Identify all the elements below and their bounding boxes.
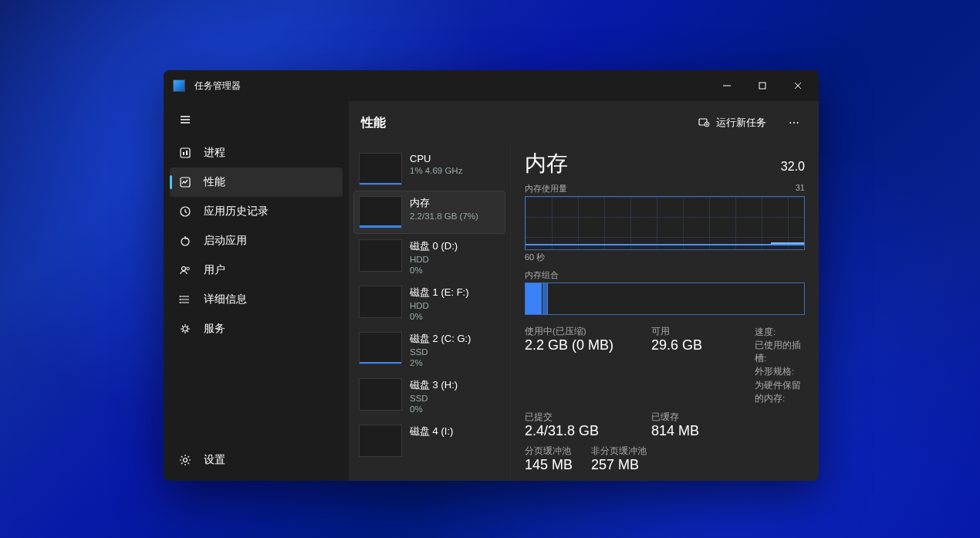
maximize-button[interactable] xyxy=(745,73,780,98)
svg-point-11 xyxy=(180,302,181,303)
detail-pane: 内存 32.0 内存使用量 31 60 秒 内存组合 xyxy=(511,144,819,481)
resource-disk-3[interactable]: 磁盘 3 (H:) SSD 0% xyxy=(353,373,505,419)
resource-title: 内存 xyxy=(410,196,478,210)
thumb-graph xyxy=(359,332,402,364)
nav-label: 详细信息 xyxy=(204,293,247,306)
nonpaged-value: 257 MB xyxy=(591,457,647,473)
paged-label: 分页缓冲池 xyxy=(525,445,573,457)
thumb-graph xyxy=(359,239,402,272)
resource-sub: SSD xyxy=(410,394,458,403)
toolbar: 性能 运行新任务 ⋯ xyxy=(349,101,819,144)
minimize-button[interactable] xyxy=(709,73,745,98)
available-value: 29.6 GB xyxy=(651,337,744,354)
cached-label: 已缓存 xyxy=(651,411,744,423)
run-task-icon xyxy=(698,116,710,130)
thumb-graph xyxy=(359,378,402,411)
nav-performance[interactable]: 性能 xyxy=(170,167,343,197)
committed-label: 已提交 xyxy=(525,411,640,423)
nav-label: 进程 xyxy=(204,146,225,160)
task-manager-window: 任务管理器 进程 性能 xyxy=(164,70,819,481)
resource-list[interactable]: CPU 1% 4.69 GHz 内存 2.2/31.8 GB (7%) xyxy=(349,144,511,481)
thumb-graph xyxy=(359,196,402,228)
nav-startup[interactable]: 启动应用 xyxy=(170,226,343,255)
nav-label: 性能 xyxy=(204,175,225,189)
thumb-graph xyxy=(359,153,402,185)
resource-sub2: 0% xyxy=(410,312,469,321)
svg-rect-0 xyxy=(759,83,765,89)
detail-capacity: 32.0 xyxy=(781,160,805,174)
resource-sub2: 0% xyxy=(410,266,458,275)
nav-details[interactable]: 详细信息 xyxy=(170,285,343,314)
nav-app-history[interactable]: 应用历史记录 xyxy=(170,197,343,226)
nonpaged-label: 非分页缓冲池 xyxy=(591,445,647,457)
processes-icon xyxy=(179,147,191,159)
svg-point-10 xyxy=(180,299,181,300)
nav-users[interactable]: 用户 xyxy=(170,255,343,285)
usage-graph xyxy=(525,196,805,250)
svg-point-7 xyxy=(182,267,186,271)
resource-sub2: 2% xyxy=(410,358,471,367)
time-axis-label: 60 秒 xyxy=(525,252,805,263)
composition-bar xyxy=(525,283,805,314)
thumb-graph xyxy=(359,425,402,457)
nav-settings[interactable]: 设置 xyxy=(170,445,343,475)
available-label: 可用 xyxy=(651,326,744,337)
resource-sub: 1% 4.69 GHz xyxy=(410,166,462,175)
hamburger-button[interactable] xyxy=(170,106,201,134)
resource-disk-2[interactable]: 磁盘 2 (C: G:) SSD 2% xyxy=(353,327,505,373)
svg-rect-1 xyxy=(181,148,190,157)
in-use-value: 2.2 GB (0 MB) xyxy=(525,337,640,354)
resource-sub: HDD xyxy=(410,255,458,264)
nav-processes[interactable]: 进程 xyxy=(170,138,343,167)
thumb-graph xyxy=(359,286,402,318)
nav-label: 设置 xyxy=(204,453,225,467)
nav-label: 服务 xyxy=(204,322,225,336)
resource-title: 磁盘 2 (C: G:) xyxy=(410,332,471,346)
more-button[interactable]: ⋯ xyxy=(782,110,806,135)
detail-title: 内存 xyxy=(525,149,781,178)
svg-rect-3 xyxy=(186,151,188,155)
svg-point-9 xyxy=(180,296,181,297)
nav-services[interactable]: 服务 xyxy=(170,314,343,343)
resource-title: 磁盘 1 (E: F:) xyxy=(410,286,469,299)
svg-rect-2 xyxy=(183,152,184,155)
resource-disk-1[interactable]: 磁盘 1 (E: F:) HDD 0% xyxy=(353,280,505,327)
titlebar[interactable]: 任务管理器 xyxy=(164,70,819,101)
resource-title: 磁盘 0 (D:) xyxy=(410,239,458,253)
resource-disk-0[interactable]: 磁盘 0 (D:) HDD 0% xyxy=(353,234,505,280)
startup-icon xyxy=(179,235,191,247)
svg-point-12 xyxy=(183,327,188,331)
details-icon xyxy=(179,293,191,306)
svg-point-8 xyxy=(187,267,190,270)
gear-icon xyxy=(179,454,191,466)
sidebar: 进程 性能 应用历史记录 启动应用 用户 xyxy=(164,101,349,481)
resource-title: 磁盘 4 (I:) xyxy=(410,425,453,438)
history-icon xyxy=(179,205,191,218)
in-use-label: 使用中(已压缩) xyxy=(525,326,640,337)
resource-cpu[interactable]: CPU 1% 4.69 GHz xyxy=(353,147,505,191)
services-icon xyxy=(179,323,191,335)
nav-label: 启动应用 xyxy=(204,234,247,248)
svg-point-13 xyxy=(184,458,188,462)
resource-sub: HDD xyxy=(410,301,469,310)
usage-max: 31 xyxy=(796,183,805,195)
close-button[interactable] xyxy=(780,73,816,98)
performance-icon xyxy=(179,176,191,188)
nav-label: 用户 xyxy=(204,263,225,277)
users-icon xyxy=(179,264,191,276)
composition-label: 内存组合 xyxy=(525,269,805,281)
resource-sub: 2.2/31.8 GB (7%) xyxy=(410,211,478,221)
usage-label: 内存使用量 xyxy=(525,183,567,195)
side-info: 速度: 已使用的插槽: 外形规格: 为硬件保留的内存: xyxy=(755,326,805,406)
resource-disk-4[interactable]: 磁盘 4 (I:) xyxy=(353,419,505,462)
nav-label: 应用历史记录 xyxy=(204,205,269,218)
resource-memory[interactable]: 内存 2.2/31.8 GB (7%) xyxy=(353,191,505,234)
paged-value: 145 MB xyxy=(525,457,573,473)
run-task-button[interactable]: 运行新任务 xyxy=(691,113,772,134)
resource-title: CPU xyxy=(410,153,462,164)
committed-value: 2.4/31.8 GB xyxy=(525,423,640,439)
window-title: 任务管理器 xyxy=(194,80,241,93)
page-title: 性能 xyxy=(361,115,682,131)
run-task-label: 运行新任务 xyxy=(716,116,766,130)
resource-title: 磁盘 3 (H:) xyxy=(410,378,458,392)
